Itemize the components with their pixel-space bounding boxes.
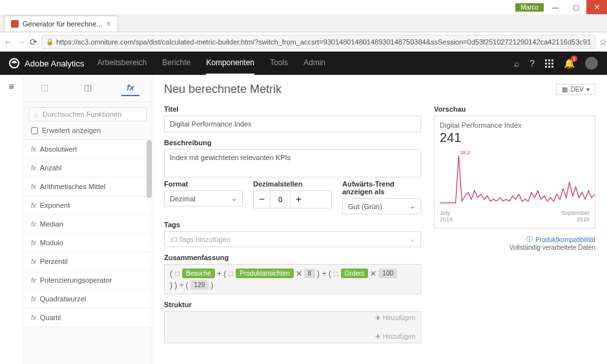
fx-icon: fx bbox=[31, 183, 36, 190]
function-item[interactable]: fxPerzentil bbox=[23, 252, 152, 271]
function-item[interactable]: fxArithmetisches Mittel bbox=[23, 177, 152, 196]
fx-icon: fx bbox=[31, 296, 36, 303]
star-icon[interactable]: ☆ bbox=[599, 35, 607, 49]
nav-item-komponenten[interactable]: Komponenten bbox=[206, 52, 254, 75]
apps-grid-icon[interactable] bbox=[545, 59, 553, 68]
format-select[interactable]: Dezimal⌄ bbox=[164, 190, 243, 207]
nav-item-berichte[interactable]: Berichte bbox=[162, 52, 190, 75]
tab-close-icon[interactable]: × bbox=[107, 19, 111, 28]
label-summary: Zusammenfassung bbox=[164, 254, 421, 261]
side-tab-functions[interactable]: fx bbox=[121, 80, 139, 96]
fx-icon: fx bbox=[31, 239, 36, 247]
label-description: Beschreibung bbox=[164, 139, 421, 147]
compat-link[interactable]: ⓘ Produktkompatibilität bbox=[434, 235, 595, 244]
search-icon: ⌕ bbox=[34, 110, 39, 118]
back-icon[interactable]: ← bbox=[4, 35, 13, 49]
fx-icon: fx bbox=[31, 221, 36, 228]
summary-formula: ( ⬚ Besuche + ( ⬚ Produktansichten ✕ 8 )… bbox=[164, 264, 421, 294]
fx-icon: fx bbox=[31, 165, 36, 172]
add-button[interactable]: ✚ Hinzufügen bbox=[375, 314, 415, 321]
hamburger-icon[interactable]: ≡ bbox=[0, 81, 23, 92]
fx-icon: fx bbox=[31, 258, 36, 265]
number-pill[interactable]: 100 bbox=[378, 268, 397, 278]
segment-pill[interactable]: Produktansichten bbox=[236, 268, 293, 278]
nav-item-tools[interactable]: Tools bbox=[270, 52, 288, 75]
adobe-analytics-icon bbox=[9, 58, 19, 68]
fx-icon: fx bbox=[31, 277, 36, 284]
app-header: Adobe Analytics ArbeitsbereichBerichteKo… bbox=[0, 52, 607, 75]
browser-tab-strip: Generator für berechne... × bbox=[0, 14, 607, 32]
label-format: Format bbox=[164, 180, 243, 188]
browser-tab[interactable]: Generator für berechne... × bbox=[4, 15, 118, 32]
increment-button[interactable]: + bbox=[290, 191, 307, 208]
function-item[interactable]: fxModulo bbox=[23, 234, 152, 252]
label-structure: Struktur bbox=[164, 301, 421, 308]
browser-toolbar: ← → ⟳ 🔒 https://sc3.omniture.com/spa/dis… bbox=[0, 32, 607, 52]
nav-item-admin[interactable]: Admin bbox=[304, 52, 325, 75]
favicon-icon bbox=[11, 20, 19, 28]
left-rail: ≡ bbox=[0, 75, 23, 364]
fx-icon: fx bbox=[31, 314, 36, 321]
tag-icon: 🏷 bbox=[170, 236, 177, 243]
function-item[interactable]: fxAbsolutwert bbox=[23, 140, 152, 159]
page-title: Neu berechnete Metrik bbox=[164, 83, 282, 96]
structure-canvas[interactable]: ✚ Hinzufügen ✚ Hinzufügen bbox=[164, 311, 421, 343]
decimals-stepper[interactable]: − 0 + bbox=[253, 190, 332, 208]
notifications-icon[interactable]: 🔔1 bbox=[564, 58, 575, 68]
side-tab-components[interactable]: ⬚ bbox=[36, 80, 54, 96]
dev-dropdown[interactable]: ▦ DEV ▾ bbox=[556, 84, 595, 95]
chevron-down-icon: ⌄ bbox=[409, 202, 415, 210]
number-pill[interactable]: 8 bbox=[304, 268, 316, 278]
scrollbar[interactable] bbox=[147, 140, 152, 198]
function-item[interactable]: fxExponent bbox=[23, 196, 152, 215]
window-maximize[interactable]: ▢ bbox=[566, 0, 586, 14]
chevron-down-icon: ⌄ bbox=[231, 194, 237, 203]
tab-title: Generator für berechne... bbox=[23, 20, 103, 28]
fx-icon: fx bbox=[31, 146, 36, 153]
decrement-button[interactable]: − bbox=[254, 191, 271, 208]
title-input[interactable] bbox=[164, 116, 421, 132]
nav-item-arbeitsbereich[interactable]: Arbeitsbereich bbox=[98, 52, 147, 75]
avatar[interactable] bbox=[585, 57, 598, 70]
preview-panel: Digital Performance Index 241 28.2 July2… bbox=[434, 116, 595, 228]
search-icon[interactable]: ⌕ bbox=[514, 58, 519, 68]
svg-text:28.2: 28.2 bbox=[460, 150, 470, 156]
label-title: Titel bbox=[164, 105, 421, 113]
window-titlebar: Marco — ▢ ✕ bbox=[0, 0, 607, 14]
preview-value: 241 bbox=[440, 130, 590, 145]
sparkline-chart: 28.2 bbox=[440, 148, 595, 206]
label-trend: Aufwärts-Trend anzeigen als bbox=[342, 180, 421, 196]
fx-icon: fx bbox=[31, 202, 36, 209]
user-badge: Marco bbox=[515, 3, 544, 12]
description-input[interactable] bbox=[164, 149, 421, 177]
side-tab-segments[interactable]: ◫ bbox=[79, 80, 97, 96]
url-input[interactable]: 🔒 https://sc3.omniture.com/spa/dist/calc… bbox=[41, 35, 595, 49]
function-item[interactable]: fxQuartil bbox=[23, 308, 152, 327]
chevron-down-icon: ⌄ bbox=[409, 235, 415, 243]
reload-icon[interactable]: ⟳ bbox=[30, 35, 37, 49]
forward-icon[interactable]: → bbox=[17, 35, 26, 49]
tags-input[interactable]: 🏷 Tags hinzufügen ⌄ bbox=[164, 231, 421, 247]
number-pill[interactable]: 129 bbox=[190, 280, 209, 290]
product-logo[interactable]: Adobe Analytics bbox=[9, 58, 85, 68]
extended-checkbox[interactable]: Erweitert anzeigen bbox=[31, 126, 144, 134]
segment-pill[interactable]: Besuche bbox=[182, 268, 215, 278]
lock-icon: 🔒 bbox=[46, 38, 54, 45]
function-item[interactable]: fxPotenzierungsoperator bbox=[23, 271, 152, 290]
function-panel: ⬚ ◫ fx ⌕ Durchsuchen Funktionen Erweiter… bbox=[23, 75, 152, 364]
label-preview: Vorschau bbox=[434, 105, 595, 113]
label-tags: Tags bbox=[164, 221, 421, 228]
function-search-input[interactable]: ⌕ Durchsuchen Funktionen bbox=[28, 107, 147, 121]
label-decimals: Dezimalstellen bbox=[253, 180, 332, 188]
function-item[interactable]: fxMedian bbox=[23, 215, 152, 234]
window-minimize[interactable]: — bbox=[545, 0, 566, 14]
trend-select[interactable]: Gut (Grün)⌄ bbox=[342, 198, 421, 214]
segment-pill[interactable]: Orders bbox=[341, 268, 369, 278]
help-icon[interactable]: ? bbox=[530, 58, 535, 68]
function-item[interactable]: fxAnzahl bbox=[23, 159, 152, 177]
main-content: Neu berechnete Metrik ▦ DEV ▾ Titel Besc… bbox=[152, 75, 607, 364]
add-button[interactable]: ✚ Hinzufügen bbox=[375, 333, 415, 340]
window-close[interactable]: ✕ bbox=[586, 0, 607, 14]
function-list[interactable]: fxAbsolutwertfxAnzahlfxArithmetisches Mi… bbox=[23, 139, 152, 364]
function-item[interactable]: fxQuadratwurzel bbox=[23, 290, 152, 308]
